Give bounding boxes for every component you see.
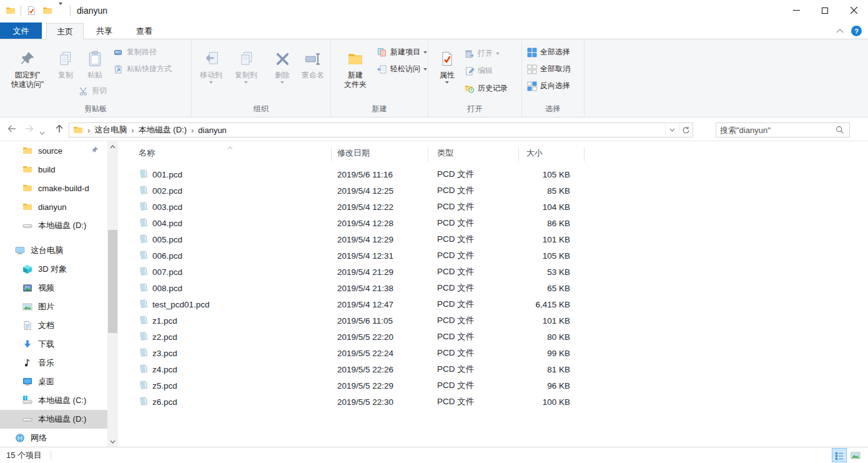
breadcrumb-item[interactable]: 这台电脑 xyxy=(94,124,127,136)
edit-button[interactable]: 编辑 xyxy=(465,66,493,76)
scroll-down-icon[interactable] xyxy=(107,436,118,447)
tab-home[interactable]: 主页 xyxy=(46,23,84,39)
column-header-date[interactable]: 修改日期 xyxy=(331,147,428,159)
history-button[interactable]: 历史记录 xyxy=(465,83,508,94)
file-row[interactable]: test_pcd01.pcd 2019/5/4 12:47 PCD 文件 6,4… xyxy=(119,296,868,312)
new-folder-button[interactable]: 新建文件夹 xyxy=(337,41,373,89)
sidebar-item[interactable]: 本地磁盘 (D:) xyxy=(0,216,107,235)
sidebar-item[interactable]: 视频 xyxy=(0,279,107,297)
breadcrumb-item[interactable]: dianyun xyxy=(198,126,227,135)
column-header-name[interactable]: 名称 xyxy=(139,147,331,159)
address-dropdown-chevron-icon[interactable] xyxy=(665,123,679,137)
column-resize-handle[interactable] xyxy=(331,147,332,161)
open-button[interactable]: 打开 xyxy=(465,48,500,59)
file-row[interactable]: 002.pcd 2019/5/4 12:25 PCD 文件 85 KB xyxy=(119,182,868,199)
qat-new-folder-icon[interactable] xyxy=(42,6,52,16)
file-row[interactable]: 003.pcd 2019/5/4 12:22 PCD 文件 104 KB xyxy=(119,199,868,215)
file-row[interactable]: z2.pcd 2019/5/5 22:20 PCD 文件 80 KB xyxy=(119,329,868,345)
cut-button[interactable]: 剪切 xyxy=(79,86,107,96)
copy-button[interactable]: 复制 xyxy=(52,41,79,80)
file-row[interactable]: 006.pcd 2019/5/4 12:31 PCD 文件 105 KB xyxy=(119,247,868,264)
easy-access-button[interactable]: 轻松访问 xyxy=(377,64,427,74)
file-date-modified: 2019/5/4 12:22 xyxy=(331,202,428,212)
delete-button[interactable]: 删除 xyxy=(268,41,297,84)
qat-customize-caret-icon[interactable] xyxy=(59,5,65,16)
sidebar-item[interactable]: cmake-build-d xyxy=(0,179,107,197)
sidebar-item[interactable]: 本地磁盘 (D:) xyxy=(0,410,107,429)
file-row[interactable]: 005.pcd 2019/5/4 12:29 PCD 文件 101 KB xyxy=(119,231,868,247)
large-icons-view-button[interactable] xyxy=(848,448,863,462)
qat-properties-icon[interactable] xyxy=(26,6,36,16)
sidebar-scrollbar[interactable] xyxy=(107,141,118,447)
paste-shortcut-button[interactable]: 粘贴快捷方式 xyxy=(114,64,172,74)
column-resize-handle[interactable] xyxy=(518,147,519,161)
up-button[interactable] xyxy=(54,123,65,137)
file-row[interactable]: z6.pcd 2019/5/5 22:30 PCD 文件 100 KB xyxy=(119,394,868,410)
copy-path-button[interactable]: 复制路径 xyxy=(114,47,157,57)
column-header-size[interactable]: 大小 xyxy=(516,147,570,159)
back-button[interactable] xyxy=(6,123,17,137)
sidebar-item[interactable]: source xyxy=(0,141,107,160)
column-resize-handle[interactable] xyxy=(584,147,584,161)
invert-selection-button[interactable]: 反向选择 xyxy=(527,81,570,91)
sidebar-item-label: 图片 xyxy=(38,301,54,312)
sidebar-item[interactable]: 网络 xyxy=(0,429,107,447)
file-row[interactable]: z3.pcd 2019/5/5 22:24 PCD 文件 99 KB xyxy=(119,345,868,361)
titlebar-divider xyxy=(21,6,21,16)
forward-button[interactable] xyxy=(24,123,35,137)
move-to-button[interactable]: 移动到 xyxy=(194,41,228,84)
file-size: 100 KB xyxy=(516,397,570,407)
file-size: 104 KB xyxy=(516,202,570,212)
search-input[interactable] xyxy=(716,126,836,135)
rename-button[interactable]: 重命名 xyxy=(297,41,329,80)
sidebar-item[interactable]: 文档 xyxy=(0,316,107,335)
file-row[interactable]: z4.pcd 2019/5/5 22:26 PCD 文件 81 KB xyxy=(119,361,868,377)
file-size: 101 KB xyxy=(516,316,570,326)
help-icon[interactable]: ? xyxy=(851,26,862,36)
column-header-type[interactable]: 类型 xyxy=(428,147,516,159)
address-bar[interactable]: › 这台电脑 › 本地磁盘 (D:) › dianyun xyxy=(69,122,693,137)
paste-button[interactable]: 粘贴 xyxy=(80,41,110,80)
sidebar-item-label: 网络 xyxy=(31,432,47,444)
sidebar-item[interactable]: 桌面 xyxy=(0,372,107,391)
window-title: dianyun xyxy=(77,6,107,16)
sidebar-item[interactable]: 图片 xyxy=(0,297,107,316)
tab-share[interactable]: 共享 xyxy=(86,23,122,39)
minimize-button[interactable] xyxy=(782,0,811,21)
file-row[interactable]: 001.pcd 2019/5/6 11:16 PCD 文件 105 KB xyxy=(119,166,868,182)
select-none-button[interactable]: 全部取消 xyxy=(527,64,570,74)
collapse-ribbon-chevron-icon[interactable] xyxy=(836,29,844,33)
sidebar-item[interactable]: 这台电脑 xyxy=(0,241,107,260)
sidebar-item[interactable]: 下载 xyxy=(0,335,107,354)
sidebar-item[interactable]: 音乐 xyxy=(0,354,107,372)
breadcrumb-item[interactable]: 本地磁盘 (D:) xyxy=(139,124,187,136)
easy-access-icon xyxy=(377,64,387,74)
refresh-icon[interactable] xyxy=(679,123,693,137)
tab-file[interactable]: 文件 xyxy=(0,22,42,39)
sidebar-item[interactable]: build xyxy=(0,160,107,179)
details-view-button[interactable] xyxy=(832,448,847,462)
select-all-button[interactable]: 全部选择 xyxy=(527,47,570,57)
file-row[interactable]: 007.pcd 2019/5/4 21:29 PCD 文件 53 KB xyxy=(119,264,868,280)
sidebar-item[interactable]: 3D 对象 xyxy=(0,260,107,279)
search-icon[interactable] xyxy=(836,126,844,134)
copy-to-button[interactable]: 复制到 xyxy=(229,41,263,84)
file-row[interactable]: z1.pcd 2019/5/6 11:05 PCD 文件 101 KB xyxy=(119,312,868,329)
scrollbar-thumb[interactable] xyxy=(108,230,117,333)
scroll-up-icon[interactable] xyxy=(107,141,118,152)
new-item-button[interactable]: 新建项目 xyxy=(377,47,427,57)
maximize-button[interactable] xyxy=(811,0,839,21)
properties-button[interactable]: 属性 xyxy=(433,41,461,84)
file-row[interactable]: 008.pcd 2019/5/4 21:38 PCD 文件 65 KB xyxy=(119,280,868,296)
column-resize-handle[interactable] xyxy=(428,147,428,161)
pin-to-quick-access-button[interactable]: 固定到"快速访问" xyxy=(4,41,51,89)
tab-view[interactable]: 查看 xyxy=(126,23,162,39)
file-row[interactable]: z5.pcd 2019/5/5 22:29 PCD 文件 96 KB xyxy=(119,377,868,394)
file-row[interactable]: 004.pcd 2019/5/4 12:28 PCD 文件 86 KB xyxy=(119,215,868,231)
file-size: 53 KB xyxy=(516,267,570,277)
file-size: 80 KB xyxy=(516,332,570,342)
recent-locations-chevron-icon[interactable] xyxy=(39,126,45,137)
sidebar-item[interactable]: dianyun xyxy=(0,197,107,216)
close-button[interactable] xyxy=(839,0,868,21)
sidebar-item[interactable]: 本地磁盘 (C:) xyxy=(0,391,107,410)
